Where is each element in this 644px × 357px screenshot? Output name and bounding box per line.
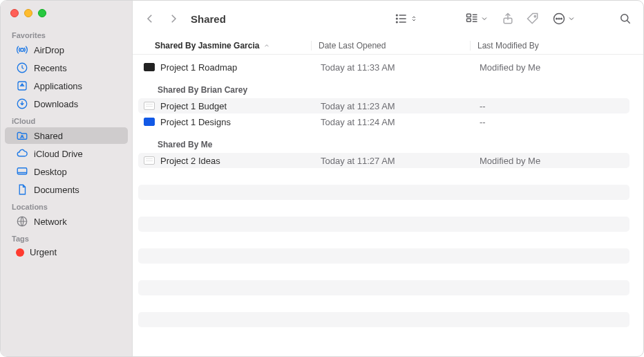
file-thumbnail-icon bbox=[144, 118, 155, 126]
column-header-row: Shared By Jasmine Garcia Date Last Opene… bbox=[133, 37, 643, 55]
back-button[interactable] bbox=[141, 10, 159, 28]
svg-point-18 bbox=[621, 15, 628, 21]
airdrop-icon bbox=[16, 44, 28, 56]
sidebar-item-label: Shared bbox=[34, 131, 63, 141]
file-row[interactable]: Project 1 Roadmap Today at 11:33 AM Modi… bbox=[138, 60, 629, 75]
ellipsis-circle-icon bbox=[552, 12, 566, 26]
sidebar-item-label: Urgent bbox=[30, 247, 57, 257]
share-icon bbox=[501, 12, 515, 26]
empty-row bbox=[138, 201, 629, 216]
empty-row bbox=[138, 217, 629, 232]
svg-point-16 bbox=[558, 18, 560, 19]
sidebar-item-icloud-drive[interactable]: iCloud Drive bbox=[5, 145, 128, 162]
sidebar-item-shared[interactable]: Shared bbox=[5, 127, 128, 144]
empty-row bbox=[138, 169, 629, 184]
tags-button[interactable] bbox=[523, 10, 542, 28]
empty-row bbox=[138, 312, 629, 327]
network-globe-icon bbox=[16, 215, 28, 228]
sidebar-item-applications[interactable]: Applications bbox=[5, 77, 128, 94]
file-date: Today at 11:24 AM bbox=[321, 117, 480, 127]
column-header-date[interactable]: Date Last Opened bbox=[311, 41, 470, 51]
sidebar-item-label: Recents bbox=[34, 63, 67, 73]
sidebar: Favorites AirDrop Recents Applications D… bbox=[1, 1, 133, 356]
toolbar: Shared bbox=[133, 1, 643, 37]
svg-point-8 bbox=[397, 18, 398, 19]
sidebar-section-locations: Locations bbox=[1, 199, 132, 212]
view-mode-button[interactable] bbox=[390, 10, 422, 27]
empty-row bbox=[138, 248, 629, 264]
empty-row bbox=[138, 185, 629, 200]
sidebar-item-label: Downloads bbox=[34, 99, 78, 109]
empty-row bbox=[138, 280, 629, 295]
sidebar-item-recents[interactable]: Recents bbox=[5, 60, 128, 76]
empty-row bbox=[138, 232, 629, 248]
file-row[interactable]: Project 1 Designs Today at 11:24 AM -- bbox=[138, 114, 629, 129]
column-header-modified-label: Last Modified By bbox=[477, 41, 539, 51]
close-window-button[interactable] bbox=[10, 9, 19, 17]
group-header: Shared By Brian Carey bbox=[133, 75, 635, 98]
sidebar-item-desktop[interactable]: Desktop bbox=[5, 163, 128, 180]
maximize-window-button[interactable] bbox=[38, 9, 46, 17]
tag-dot-red-icon bbox=[16, 248, 24, 257]
file-date: Today at 11:33 AM bbox=[321, 62, 480, 73]
window-title: Shared bbox=[191, 13, 226, 25]
svg-point-9 bbox=[397, 21, 398, 23]
sidebar-section-tags: Tags bbox=[1, 230, 132, 244]
sidebar-item-tag-urgent[interactable]: Urgent bbox=[5, 245, 128, 259]
file-thumbnail-icon bbox=[144, 102, 155, 110]
sidebar-item-downloads[interactable]: Downloads bbox=[5, 95, 128, 112]
svg-point-7 bbox=[397, 15, 398, 16]
forward-button[interactable] bbox=[164, 10, 182, 28]
svg-rect-10 bbox=[467, 14, 471, 17]
file-list: Project 1 Roadmap Today at 11:33 AM Modi… bbox=[133, 55, 643, 356]
column-header-date-label: Date Last Opened bbox=[319, 41, 386, 51]
document-icon bbox=[16, 183, 28, 196]
sidebar-item-label: Network bbox=[34, 217, 67, 227]
column-header-modified[interactable]: Last Modified By bbox=[470, 41, 643, 51]
svg-point-0 bbox=[21, 48, 24, 52]
updown-chevron-icon bbox=[410, 13, 418, 24]
empty-row bbox=[138, 264, 629, 280]
sidebar-item-label: AirDrop bbox=[34, 45, 64, 55]
file-modified-by: -- bbox=[480, 101, 629, 111]
sidebar-item-label: iCloud Drive bbox=[34, 149, 83, 159]
file-date: Today at 11:23 AM bbox=[321, 101, 480, 111]
empty-row bbox=[138, 296, 629, 311]
list-view-icon bbox=[395, 12, 408, 26]
finder-window: Favorites AirDrop Recents Applications D… bbox=[0, 0, 644, 357]
minimize-window-button[interactable] bbox=[24, 9, 32, 17]
svg-point-15 bbox=[556, 18, 558, 19]
applications-icon bbox=[16, 80, 28, 92]
sidebar-section-favorites: Favorites bbox=[1, 27, 132, 41]
share-button[interactable] bbox=[498, 10, 518, 28]
sidebar-section-icloud: iCloud bbox=[1, 113, 132, 127]
sidebar-item-airdrop[interactable]: AirDrop bbox=[5, 42, 128, 58]
tag-icon bbox=[526, 12, 540, 26]
group-by-button[interactable] bbox=[461, 10, 493, 27]
sidebar-item-label: Desktop bbox=[34, 167, 67, 177]
column-header-name-label: Shared By Jasmine Garcia bbox=[155, 41, 259, 51]
chevron-down-icon bbox=[480, 15, 489, 23]
file-name: Project 1 Roadmap bbox=[160, 62, 321, 73]
search-button[interactable] bbox=[616, 10, 635, 28]
file-row[interactable]: Project 2 Ideas Today at 11:27 AM Modifi… bbox=[138, 153, 629, 168]
sidebar-item-documents[interactable]: Documents bbox=[5, 181, 128, 198]
sidebar-item-network[interactable]: Network bbox=[5, 213, 128, 230]
cloud-icon bbox=[16, 147, 28, 160]
svg-point-17 bbox=[561, 18, 562, 19]
svg-rect-5 bbox=[17, 168, 27, 174]
traffic-lights bbox=[1, 6, 132, 27]
svg-rect-11 bbox=[467, 19, 471, 21]
file-row[interactable]: Project 1 Budget Today at 11:23 AM -- bbox=[138, 98, 629, 113]
sort-ascending-icon bbox=[263, 42, 270, 49]
file-modified-by: Modified by Me bbox=[480, 156, 629, 166]
desktop-icon bbox=[16, 165, 28, 178]
column-header-name[interactable]: Shared By Jasmine Garcia bbox=[155, 41, 311, 51]
more-actions-button[interactable] bbox=[548, 10, 580, 27]
file-name: Project 2 Ideas bbox=[160, 156, 321, 166]
svg-point-13 bbox=[534, 16, 536, 17]
clock-icon bbox=[16, 62, 28, 74]
shared-folder-icon bbox=[16, 129, 28, 142]
group-icon bbox=[465, 12, 479, 26]
file-modified-by: Modified by Me bbox=[480, 62, 629, 73]
